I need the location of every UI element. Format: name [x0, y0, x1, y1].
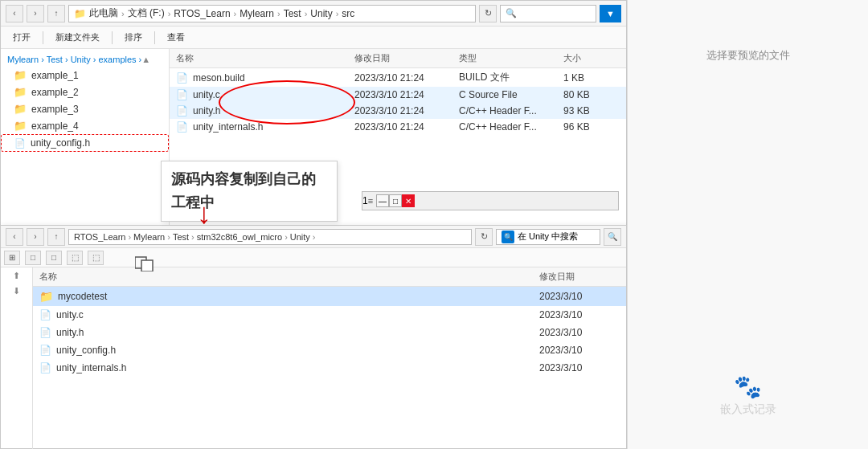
minimize-button[interactable]: —	[376, 194, 389, 207]
left-nav-panel: Mylearn › Test › Unity › examples › ▲ 📁 …	[1, 49, 170, 234]
folder-icon-4: 📁	[14, 120, 27, 132]
arrow-down-indicator: ↓	[197, 197, 211, 231]
bottom-file-name-mycodetest: mycodetest	[58, 291, 107, 302]
breadcrumb-text: Mylearn › Test › Unity › examples ›	[7, 55, 141, 64]
preview-hint-text: 选择要预览的文件	[706, 48, 790, 63]
file-row-meson[interactable]: 📄 meson.build 2023/3/10 21:24 BUILD 文件 1…	[170, 68, 626, 87]
bottom-file-icon-unity-c: 📄	[39, 309, 51, 320]
col-name[interactable]: 名称	[176, 52, 354, 64]
watermark: 🐾 嵌入式记录	[720, 373, 776, 433]
bottom-file-date-unity-config: 2023/3/10	[539, 345, 620, 356]
watermark-icon: 🐾	[720, 373, 776, 400]
side-arrow-down[interactable]: ⬇	[13, 286, 20, 296]
bottom-search-box[interactable]: 🔍 在 Unity 中搜索	[496, 229, 600, 245]
bottom-toolbar-btn-1[interactable]: ⊞	[4, 251, 20, 265]
file-row-unity-h[interactable]: 📄 unity.h 2023/3/10 21:24 C/C++ Header F…	[170, 103, 626, 119]
bottom-file-icon-unity-config: 📄	[39, 345, 51, 356]
bottom-path-2: Mylearn	[133, 232, 165, 242]
bottom-search-text: 在 Unity 中搜索	[518, 231, 578, 243]
bottom-file-date-unity-internals: 2023/3/10	[539, 362, 620, 373]
view-label: 查看	[167, 31, 185, 43]
bottom-toolbar-btn-2[interactable]: □	[25, 251, 41, 265]
bottom-file-row-unity-h[interactable]: 📄 unity.h 2023/3/10	[33, 324, 626, 341]
bottom-path-4: stm32c8t6_owl_micro	[197, 232, 282, 242]
close-button[interactable]: ✕	[402, 194, 415, 207]
bottom-path-5: Unity	[290, 232, 310, 242]
nav-item-label-4: example_4	[31, 120, 79, 132]
bottom-file-name-unity-h: unity.h	[56, 327, 84, 338]
annotation-text: 源码内容复制到自己的工程中	[171, 171, 316, 210]
file-icon-unity-c: 📄	[176, 89, 188, 100]
side-arrow-up[interactable]: ⬆	[13, 271, 20, 281]
left-nav-breadcrumb[interactable]: Mylearn › Test › Unity › examples › ▲	[1, 52, 169, 67]
bottom-address-path[interactable]: RTOS_Learn › Mylearn › Test › stm32c8t6_…	[68, 229, 472, 245]
bottom-file-name-unity-config: unity_config.h	[56, 345, 116, 356]
new-folder-button[interactable]: 新建文件夹	[50, 29, 105, 46]
back-button[interactable]: ‹	[6, 5, 23, 22]
nav-item-label-2: example_2	[31, 87, 79, 98]
bottom-file-date-unity-h: 2023/3/10	[539, 327, 620, 338]
file-type-unity-c: C Source File	[459, 89, 563, 100]
path-part-6: Unity	[310, 8, 332, 19]
nav-item-example4[interactable]: 📁 example_4	[1, 117, 169, 134]
file-size-unity-internals: 96 KB	[563, 121, 620, 133]
search-box[interactable]: 🔍	[500, 5, 596, 22]
lines-icon: ≡	[368, 196, 373, 206]
nav-item-unity-config[interactable]: 📄 unity_config.h	[1, 134, 169, 152]
file-name-unity-h: unity.h	[193, 105, 220, 116]
address-path[interactable]: 📁 此电脑 › 文档 (F:) › RTOS_Learn › Mylearn ›…	[68, 5, 476, 22]
nav-item-example2[interactable]: 📁 example_2	[1, 84, 169, 100]
nav-item-example1[interactable]: 📁 example_1	[1, 67, 169, 84]
col-size[interactable]: 大小	[563, 52, 620, 64]
file-size-unity-c: 80 KB	[563, 89, 620, 100]
bottom-file-list-pane: 名称 修改日期 📁 mycodetest 2023/3/10 📄 unity.c…	[33, 267, 626, 449]
bottom-col-date[interactable]: 修改日期	[539, 271, 620, 283]
bottom-forward-button[interactable]: ›	[27, 228, 44, 246]
bottom-file-date-unity-c: 2023/3/10	[539, 309, 620, 320]
refresh-button[interactable]: ↻	[479, 5, 497, 22]
file-row-unity-c[interactable]: 📄 unity.c 2023/3/10 21:24 C Source File …	[170, 87, 626, 103]
bottom-toolbar-btn-3[interactable]: □	[46, 251, 62, 265]
bottom-col-name[interactable]: 名称	[39, 271, 539, 283]
svg-rect-1	[141, 260, 153, 271]
bottom-file-icon-unity-internals: 📄	[39, 362, 51, 373]
file-size-unity-h: 93 KB	[563, 105, 620, 116]
col-date[interactable]: 修改日期	[354, 52, 459, 64]
bottom-search-go[interactable]: 🔍	[604, 228, 621, 246]
forward-button[interactable]: ›	[27, 5, 44, 22]
watermark-text: 嵌入式记录	[720, 402, 776, 415]
bottom-back-button[interactable]: ‹	[6, 228, 23, 246]
copy-indicator	[135, 255, 159, 274]
nav-item-label-3: example_3	[31, 104, 79, 115]
bottom-explorer-window: ‹ › ↑ RTOS_Learn › Mylearn › Test › stm3…	[0, 225, 627, 449]
file-name-meson: meson.build	[193, 72, 245, 84]
bottom-up-button[interactable]: ↑	[47, 228, 65, 246]
file-icon-unity-h: 📄	[176, 105, 188, 116]
col-type[interactable]: 类型	[459, 52, 563, 64]
open-button[interactable]: 打开	[7, 29, 36, 46]
open-label: 打开	[13, 31, 31, 43]
bottom-toolbar-btn-5[interactable]: ⬚	[88, 251, 104, 265]
bottom-file-row-unity-internals[interactable]: 📄 unity_internals.h 2023/3/10	[33, 359, 626, 377]
bottom-file-row-unity-c[interactable]: 📄 unity.c 2023/3/10	[33, 306, 626, 324]
bottom-file-row-unity-config[interactable]: 📄 unity_config.h 2023/3/10	[33, 341, 626, 359]
search-submit-button[interactable]: ▼	[600, 5, 621, 22]
bottom-file-row-mycodetest[interactable]: 📁 mycodetest 2023/3/10	[33, 287, 626, 306]
file-type-unity-internals: C/C++ Header F...	[459, 121, 563, 133]
bottom-refresh-button[interactable]: ↻	[475, 228, 493, 246]
file-size-meson: 1 KB	[563, 72, 620, 84]
mini-popup-titlebar: 1 ≡ — □ ✕	[362, 191, 619, 210]
bottom-left-nav: ⬆ ⬇	[1, 267, 33, 449]
maximize-button[interactable]: □	[389, 194, 402, 207]
bottom-toolbar-btn-4[interactable]: ⬚	[67, 251, 83, 265]
sort-button[interactable]: 排序	[119, 29, 148, 46]
toolbar-separator-1	[43, 31, 43, 44]
toolbar-separator-2	[112, 31, 113, 44]
up-button[interactable]: ↑	[47, 5, 65, 22]
file-icon-unity-internals: 📄	[176, 121, 188, 133]
view-button[interactable]: 查看	[162, 29, 190, 46]
file-date-unity-internals: 2023/3/10 21:24	[354, 121, 459, 133]
path-part-3: RTOS_Learn	[174, 8, 230, 19]
nav-item-example3[interactable]: 📁 example_3	[1, 100, 169, 117]
file-row-unity-internals[interactable]: 📄 unity_internals.h 2023/3/10 21:24 C/C+…	[170, 119, 626, 135]
